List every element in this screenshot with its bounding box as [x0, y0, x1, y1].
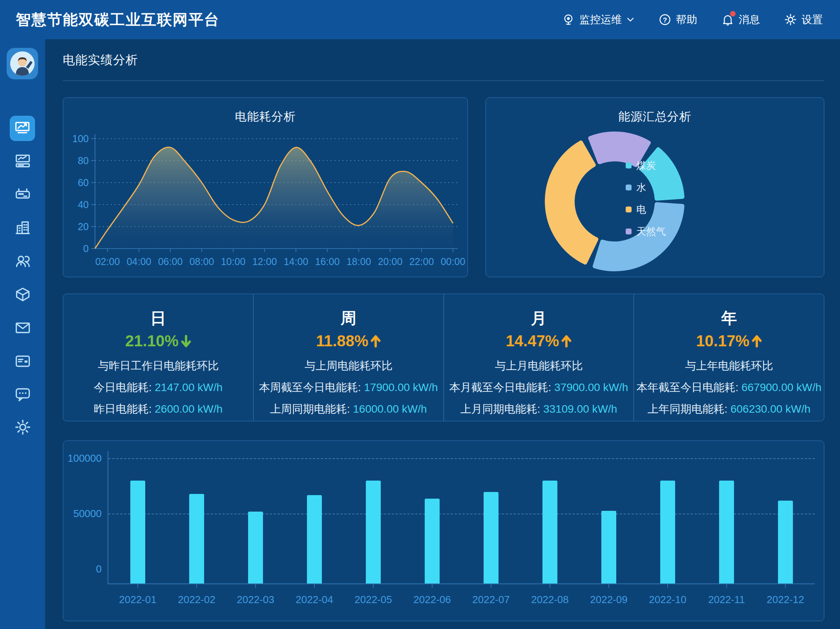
- stat-value: 2600.00 kW/h: [155, 403, 223, 415]
- stat-period-title: 周: [341, 307, 356, 329]
- monthly-energy-bar-chart: 0500001000002022-012022-022022-032022-04…: [63, 441, 825, 622]
- legend-item[interactable]: 煤炭: [626, 159, 666, 172]
- svg-text:00:00: 00:00: [441, 256, 466, 267]
- user-avatar[interactable]: [7, 48, 38, 79]
- sidebar-item-settings[interactable]: [0, 415, 45, 441]
- header-menu: 监控运维 ? 帮助: [562, 13, 823, 27]
- legend-item[interactable]: 电: [626, 203, 666, 216]
- bar-2022-10: [660, 481, 675, 583]
- svg-text:100: 100: [72, 133, 89, 144]
- legend-label: 水: [636, 181, 646, 194]
- legend-swatch: [626, 185, 632, 190]
- legend-item[interactable]: 水: [626, 181, 666, 194]
- legend-label: 煤炭: [636, 159, 656, 172]
- svg-text:08:00: 08:00: [190, 256, 214, 267]
- stat-desc: 与上月电能耗环比: [495, 358, 583, 373]
- sidebar-item-energy-dashboard[interactable]: [10, 116, 35, 141]
- stat-desc: 与上年电能耗环比: [685, 358, 773, 373]
- svg-text:04:00: 04:00: [127, 256, 152, 267]
- stat-card-日: 日21.10%与昨日工作日电能耗环比今日电能耗: 2147.00 kW/h昨日电…: [63, 294, 253, 421]
- bar-xtick-label: 2022-10: [638, 594, 697, 606]
- sidebar-item-mail[interactable]: [0, 316, 45, 341]
- avatar-image: [10, 51, 35, 76]
- arrow-down-icon: [181, 335, 191, 348]
- arrow-up-icon: [752, 335, 762, 348]
- svg-text:40: 40: [78, 199, 89, 210]
- svg-text:06:00: 06:00: [158, 256, 183, 267]
- bar-ytick-label: 50000: [66, 508, 102, 520]
- menu-help[interactable]: ? 帮助: [659, 13, 697, 27]
- stat-percent: 21.10%: [125, 332, 191, 350]
- bar-xtick-label: 2022-07: [462, 594, 520, 606]
- app-header: 智慧节能双碳工业互联网平台 监控运维 ?: [0, 0, 840, 39]
- legend-label: 天然气: [636, 225, 666, 238]
- sidebar-item-assets[interactable]: [0, 283, 45, 308]
- svg-text:80: 80: [78, 155, 89, 166]
- stat-period-title: 月: [531, 307, 546, 329]
- cube-icon: [14, 286, 31, 305]
- bar-xtick-label: 2022-02: [167, 594, 226, 606]
- chat-icon: [14, 386, 31, 405]
- device-icon: [14, 186, 31, 205]
- monitor-icon: [562, 13, 575, 26]
- stat-row: 上年同期电能耗: 606230.00 kW/h: [647, 402, 810, 417]
- menu-label: 监控运维: [579, 13, 622, 27]
- svg-text:?: ?: [663, 16, 667, 24]
- bar-2022-05: [366, 481, 381, 583]
- legend-swatch: [626, 207, 632, 212]
- stat-card-周: 周11.88%与上周电能耗环比本周截至今日电能耗: 17900.00 kW/h上…: [253, 294, 444, 421]
- sidebar-item-feedback[interactable]: [0, 383, 45, 408]
- svg-text:16:00: 16:00: [315, 256, 340, 267]
- card-icon: [14, 353, 31, 371]
- app-title: 智慧节能双碳工业互联网平台: [16, 10, 220, 30]
- menu-label: 帮助: [676, 13, 697, 27]
- stat-percent: 11.88%: [316, 332, 381, 350]
- chart-panel-icon: [14, 152, 31, 171]
- stat-percent: 14.47%: [506, 332, 572, 350]
- legend-swatch: [626, 229, 632, 234]
- unread-badge: [730, 11, 736, 16]
- stat-value: 17900.00 kW/h: [364, 381, 438, 393]
- stat-value: 33109.00 kW/h: [543, 403, 617, 415]
- arrow-up-icon: [371, 335, 381, 348]
- energy-consumption-line-card: 电能耗分析 02040608010002:0004:0006:0008:0010…: [63, 97, 468, 277]
- menu-settings[interactable]: 设置: [784, 13, 823, 27]
- bar-xtick-label: 2022-08: [520, 594, 579, 606]
- sidebar-item-billing[interactable]: [0, 349, 45, 375]
- menu-messages[interactable]: 消息: [721, 13, 760, 27]
- legend-item[interactable]: 天然气: [626, 225, 666, 238]
- sidebar-item-analysis[interactable]: [0, 149, 45, 174]
- bar-2022-12: [778, 501, 793, 583]
- page-title: 电能实绩分析: [63, 52, 138, 68]
- bar-xtick-label: 2022-03: [226, 594, 285, 606]
- energy-line-chart: 02040608010002:0004:0006:0008:0010:0012:…: [63, 98, 468, 278]
- bar-2022-01: [130, 481, 145, 583]
- stat-period-title: 年: [721, 307, 737, 329]
- stat-value: 16000.00 kW/h: [353, 403, 427, 415]
- bar-xtick-label: 2022-11: [697, 594, 756, 606]
- bar-xtick-label: 2022-09: [579, 594, 638, 606]
- stat-row: 上周同期电能耗: 16000.00 kW/h: [270, 402, 427, 417]
- bar-2022-04: [307, 495, 322, 583]
- stat-value: 37900.00 kW/h: [554, 381, 628, 393]
- sidebar-item-users[interactable]: [0, 249, 45, 274]
- sidebar: [0, 39, 45, 629]
- gear-icon: [14, 419, 31, 437]
- monthly-energy-bar-card: 0500001000002022-012022-022022-032022-04…: [63, 441, 824, 621]
- bar-2022-09: [601, 511, 616, 583]
- svg-text:20: 20: [78, 221, 89, 232]
- sidebar-item-enterprise[interactable]: [0, 216, 45, 241]
- stat-value: 667900.00 kW/h: [741, 381, 822, 393]
- stat-desc: 与上周电能耗环比: [305, 358, 393, 373]
- building-icon: [14, 219, 31, 238]
- gear-icon: [784, 13, 797, 26]
- bar-xtick-label: 2022-06: [403, 594, 462, 606]
- stat-period-title: 日: [150, 307, 166, 329]
- menu-monitor-ops[interactable]: 监控运维: [562, 13, 634, 27]
- stat-card-年: 年10.17%与上年电能耗环比本年截至今日电能耗: 667900.00 kW/h…: [634, 294, 824, 421]
- sidebar-item-devices[interactable]: [0, 183, 45, 208]
- bar-2022-08: [542, 481, 557, 583]
- users-icon: [14, 252, 31, 271]
- help-icon: ?: [659, 13, 671, 26]
- arrow-up-icon: [561, 335, 572, 348]
